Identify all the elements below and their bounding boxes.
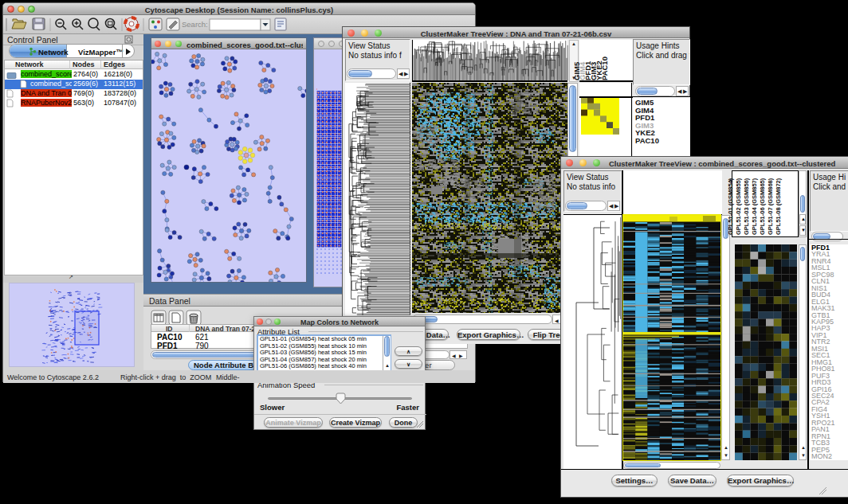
svg-text:Search:: Search: bbox=[182, 20, 208, 29]
